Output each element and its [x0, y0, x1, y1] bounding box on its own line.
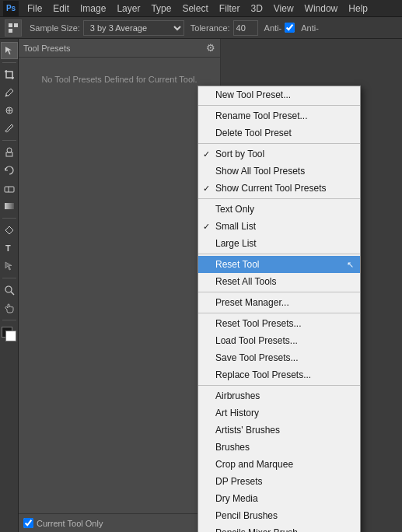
menu-item-label: DP Presets: [215, 476, 262, 487]
menu-item-label: Pencil Brushes: [215, 510, 278, 521]
tool-crop[interactable]: [1, 66, 18, 83]
tool-eraser[interactable]: [1, 180, 18, 197]
menu-item-new-tool-preset[interactable]: New Tool Preset...: [198, 86, 360, 103]
menu-item-label: Rename Tool Preset...: [215, 110, 308, 121]
menu-item-label: Artists' Brushes: [215, 425, 280, 436]
menu-item-label: Text Only: [215, 204, 254, 215]
menu-type[interactable]: Type: [145, 2, 177, 16]
menu-item-replace-tool-presets[interactable]: Replace Tool Presets...: [198, 366, 360, 383]
tool-path-select[interactable]: [1, 257, 18, 275]
svg-rect-1: [14, 23, 18, 27]
menu-item-label: Reset Tool Presets...: [215, 318, 302, 329]
anti-alias-text: Anti-: [301, 23, 319, 33]
presets-empty-message: No Tool Presets Defined for Current Tool…: [19, 58, 220, 102]
menu-item-label: Crop and Marquee: [215, 459, 293, 470]
presets-footer: Current Tool Only: [19, 513, 220, 532]
menu-image[interactable]: Image: [75, 2, 111, 16]
menu-item-sort-by-tool[interactable]: ✓Sort by Tool: [198, 145, 360, 163]
menu-item-reset-all-tools[interactable]: Reset All Tools: [198, 273, 360, 290]
tool-pen[interactable]: [1, 222, 18, 239]
anti-alias-label: Anti-: [264, 23, 282, 33]
menu-file[interactable]: File: [22, 2, 47, 16]
menu-item-label: New Tool Preset...: [215, 89, 291, 100]
checkmark-icon: ✓: [203, 149, 210, 159]
menu-separator: [198, 105, 360, 106]
tool-heal[interactable]: [1, 102, 18, 119]
menu-item-reset-tool[interactable]: Reset Tool↖: [198, 256, 360, 273]
menu-layer[interactable]: Layer: [111, 2, 145, 16]
menu-item-delete-tool-preset[interactable]: Delete Tool Preset: [198, 124, 360, 142]
context-menu: New Tool Preset...Rename Tool Preset...D…: [198, 86, 361, 532]
menu-separator: [198, 313, 360, 313]
menu-item-pencil-brushes[interactable]: Pencil Brushes: [198, 507, 360, 524]
gear-icon[interactable]: ⚙: [206, 42, 215, 54]
menu-edit[interactable]: Edit: [47, 2, 75, 16]
menu-item-brushes[interactable]: Brushes: [198, 439, 360, 456]
menu-item-dry-media[interactable]: Dry Media: [198, 490, 360, 507]
sample-size-label: Sample Size:: [30, 23, 80, 33]
menu-item-text-only[interactable]: Text Only: [198, 201, 360, 218]
menu-item-save-tool-presets[interactable]: Save Tool Presets...: [198, 349, 360, 366]
svg-text:T: T: [5, 243, 11, 253]
toolbar-separator-5: [2, 320, 16, 320]
sample-size-dropdown[interactable]: 3 by 3 Average: [83, 20, 184, 36]
svg-rect-9: [5, 187, 14, 192]
tool-zoom[interactable]: [1, 282, 18, 299]
svg-point-8: [7, 148, 12, 152]
menu-item-crop-and-marquee[interactable]: Crop and Marquee: [198, 456, 360, 473]
menu-item-preset-manager[interactable]: Preset Manager...: [198, 294, 360, 311]
menu-filter[interactable]: Filter: [214, 2, 246, 16]
menu-item-reset-tool-presets[interactable]: Reset Tool Presets...: [198, 315, 360, 332]
presets-panel-title: Tool Presets: [23, 44, 71, 53]
tool-hand[interactable]: [1, 299, 18, 317]
menu-bar: Ps File Edit Image Layer Type Select Fil…: [0, 0, 402, 17]
menu-item-label: Preset Manager...: [215, 297, 289, 308]
menu-view[interactable]: View: [268, 2, 299, 16]
left-toolbar: T: [0, 39, 19, 532]
anti-alias-checkbox[interactable]: [285, 23, 295, 33]
svg-rect-2: [9, 29, 12, 33]
presets-header: Tool Presets ⚙: [19, 39, 220, 58]
tool-select[interactable]: [1, 42, 18, 59]
tool-brush[interactable]: [1, 120, 18, 137]
current-tool-only-checkbox[interactable]: [23, 518, 33, 528]
tool-type[interactable]: T: [1, 240, 18, 257]
menu-item-art-history[interactable]: Art History: [198, 404, 360, 422]
menu-item-load-tool-presets[interactable]: Load Tool Presets...: [198, 332, 360, 349]
menu-item-large-list[interactable]: Large List: [198, 235, 360, 252]
tool-icon-button[interactable]: [5, 19, 22, 37]
main-layout: T: [0, 39, 402, 532]
tolerance-input[interactable]: [233, 20, 258, 36]
app-logo: Ps: [3, 1, 19, 16]
menu-item-small-list[interactable]: ✓Small List: [198, 218, 360, 235]
menu-item-artists-brushes[interactable]: Artists' Brushes: [198, 422, 360, 439]
menu-select[interactable]: Select: [177, 2, 213, 16]
menu-item-label: Brushes: [215, 442, 250, 453]
menu-item-label: Save Tool Presets...: [215, 352, 299, 363]
menu-3d[interactable]: 3D: [245, 2, 267, 16]
presets-panel: Tool Presets ⚙ No Tool Presets Defined f…: [19, 39, 221, 532]
menu-item-dp-presets[interactable]: DP Presets: [198, 473, 360, 490]
foreground-color[interactable]: [2, 327, 17, 342]
menu-item-label: Pencils Mixer Brush: [215, 527, 298, 532]
menu-item-show-all-tool-presets[interactable]: Show All Tool Presets: [198, 163, 360, 180]
menu-item-show-current-tool-presets[interactable]: ✓Show Current Tool Presets: [198, 180, 360, 197]
menu-item-pencils-mixer-brush[interactable]: Pencils Mixer Brush: [198, 524, 360, 532]
menu-item-airbrushes[interactable]: Airbrushes: [198, 387, 360, 404]
tool-eyedropper[interactable]: [1, 84, 18, 101]
menu-window[interactable]: Window: [299, 2, 344, 16]
svg-point-13: [5, 286, 12, 292]
tool-gradient[interactable]: [1, 198, 18, 215]
menu-help[interactable]: Help: [343, 2, 373, 16]
menu-separator: [198, 143, 360, 144]
menu-item-label: Sort by Tool: [215, 149, 264, 159]
menu-item-label: Show Current Tool Presets: [215, 183, 327, 194]
menu-item-rename-tool-preset[interactable]: Rename Tool Preset...: [198, 107, 360, 124]
tool-history[interactable]: [1, 162, 18, 179]
current-tool-only-text: Current Tool Only: [37, 519, 103, 528]
current-tool-only-label[interactable]: Current Tool Only: [23, 518, 103, 528]
menu-item-label: Large List: [215, 238, 257, 249]
svg-rect-7: [6, 152, 12, 156]
menu-separator: [198, 254, 360, 254]
tool-stamp[interactable]: [1, 144, 18, 161]
